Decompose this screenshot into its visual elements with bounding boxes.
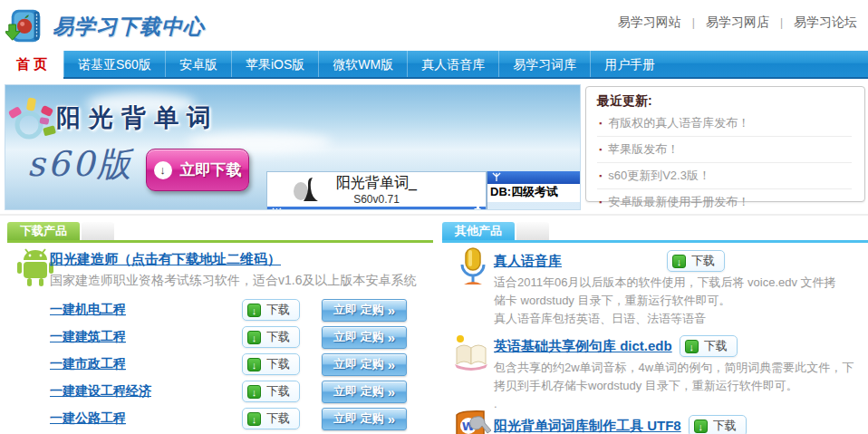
download-button[interactable]: ↓ 下载	[242, 326, 300, 348]
nav-tab-voice-library[interactable]: 真人语音库	[407, 51, 498, 77]
desc-line: 真人语音库包括英语、日语、法语等语音	[494, 310, 836, 328]
product-link[interactable]: 一建建设工程经济	[50, 383, 242, 400]
promo-banner[interactable]: 阳光背单词 s60版 ↓ 立即下载 阳光背单词_ S60v0.71	[5, 84, 581, 210]
nav-tab-ios[interactable]: 苹果iOS版	[231, 51, 318, 77]
banner-download-button[interactable]: ↓ 立即下载	[146, 149, 249, 191]
download-arrow-icon: ↓	[247, 358, 261, 371]
download-button[interactable]: ↓ 下载	[242, 408, 300, 429]
battery-icon	[474, 208, 481, 210]
download-rows: 一建机电工程 ↓ 下载 立即 定购 » 一建建筑工程 ↓ 下载 立即 定购 » …	[50, 296, 410, 432]
builder-product-desc: 国家建造师职业资格考试练习软件，适合v1.6及以上版本安卓系统	[50, 273, 416, 289]
site-title: 易学习下载中心	[53, 13, 205, 41]
recent-update-item[interactable]: ▪ s60更新到V2.3版！	[597, 163, 852, 189]
recent-updates-panel: 最近更新: ▪ 有版权的真人语音库发布！ ▪ 苹果版发布！ ▪ s60更新到V2…	[585, 86, 865, 202]
download-row: 一建机电工程 ↓ 下载 立即 定购 »	[50, 296, 410, 323]
other-product-link[interactable]: 真人语音库	[494, 253, 562, 270]
section-divider	[0, 214, 868, 216]
page: 易学习下载中心 易学习网站 | 易学习网店 | 易学习论坛 首 页 诺基亚S60…	[0, 0, 868, 434]
download-button[interactable]: ↓ 下载	[242, 381, 300, 402]
phone2-word: accuse	[491, 206, 581, 210]
phone1-titlebar: 阳光背单词_ S60v0.71	[267, 172, 486, 207]
chevron-right-icon: »	[388, 411, 395, 427]
order-button[interactable]: 立即 定购 »	[322, 326, 407, 349]
nav-tab-nokia-s60[interactable]: 诺基亚S60版	[63, 51, 165, 77]
bullet-icon: ▪	[599, 170, 602, 182]
download-row: 一建建筑工程 ↓ 下载 立即 定购 »	[50, 323, 410, 351]
link-separator: |	[692, 16, 695, 29]
tab-other-products[interactable]: 其他产品	[442, 222, 515, 240]
download-arrow-icon: ↓	[247, 304, 261, 317]
download-arrow-icon: ↓	[247, 412, 261, 426]
tab-stub	[516, 222, 549, 240]
phone1-status-bar	[267, 207, 486, 210]
desc-line: 适合2011年06月以后版本的软件使用，下载后将 voice.edv 文件拷	[494, 274, 836, 292]
download-button[interactable]: ↓ 下载	[667, 250, 725, 272]
top-links: 易学习网站 | 易学习网店 | 易学习论坛	[618, 14, 857, 31]
voice-library-row: 真人语音库 ↓ 下载	[494, 250, 725, 272]
tab-stub	[82, 222, 114, 240]
bullet-icon: ▪	[599, 197, 602, 208]
order-button[interactable]: 立即 定购 »	[322, 381, 407, 403]
phone-screenshot-1: 阳光背单词_ S60v0.71 DB:四级考试词汇必备 WS:730 i 开始学…	[266, 171, 487, 210]
download-row: 一建公路工程 ↓ 下载 立即 定购 »	[50, 405, 410, 432]
tab-downloads[interactable]: 下载产品	[7, 222, 80, 240]
phone2-db-line: DB:四级考试	[487, 184, 581, 202]
book-icon	[451, 332, 491, 375]
download-arrow-icon: ↓	[247, 331, 261, 344]
recent-update-item[interactable]: ▪ 安卓版最新使用手册发布！	[597, 189, 852, 215]
chevron-right-icon: »	[388, 384, 395, 400]
desc-line: 储卡 wordstudy 目录下，重新运行软件即可。	[494, 292, 836, 310]
download-row: 一建市政工程 ↓ 下载 立即 定购 »	[50, 351, 410, 378]
order-button[interactable]: 立即 定购 »	[322, 408, 407, 430]
example-db-row: 英语基础共享例句库 dict.edb ↓ 下载	[494, 335, 738, 357]
product-link[interactable]: 一建公路工程	[50, 410, 242, 427]
recent-update-item[interactable]: ▪ 苹果版发布！	[597, 137, 852, 163]
header: 易学习下载中心 易学习网站 | 易学习网店 | 易学习论坛	[0, 0, 868, 51]
order-button[interactable]: 立即 定购 »	[322, 299, 407, 322]
download-button[interactable]: ↓ 下载	[242, 299, 300, 321]
banner-title: 阳光背单词	[56, 101, 219, 134]
dictionary-tool-icon: W	[451, 410, 491, 434]
voice-library-desc: 适合2011年06月以后版本的软件使用，下载后将 voice.edv 文件拷 储…	[494, 274, 836, 328]
order-button[interactable]: 立即 定购 »	[322, 353, 407, 376]
download-row: 一建建设工程经济 ↓ 下载 立即 定购 »	[50, 378, 410, 405]
nav-tab-home[interactable]: 首 页	[0, 51, 63, 79]
other-product-link[interactable]: 英语基础共享例句库 dict.edb	[494, 338, 672, 355]
others-section-header: 其他产品	[442, 222, 868, 243]
top-link-shop[interactable]: 易学习网店	[706, 14, 769, 31]
nav-tab-manual[interactable]: 用户手册	[590, 51, 669, 77]
desc-line: .	[494, 395, 854, 413]
chevron-right-icon: »	[388, 330, 395, 345]
bullet-icon: ▪	[599, 118, 602, 130]
download-button[interactable]: ↓ 下载	[242, 353, 300, 375]
phone1-app-logo-icon	[291, 176, 322, 207]
desc-line: 包含共享的约2w单词音标，4w单词的例句，简明词典需要此文件，下	[494, 359, 854, 377]
product-link[interactable]: 一建建筑工程	[50, 329, 242, 345]
site-logo[interactable]: 易学习下载中心	[5, 4, 205, 49]
downloads-section-header: 下载产品	[7, 222, 433, 243]
recent-updates-title: 最近更新:	[597, 93, 852, 110]
download-button[interactable]: ↓ 下载	[689, 415, 747, 434]
product-link[interactable]: 一建机电工程	[50, 302, 242, 318]
nav-tab-wm[interactable]: 微软WM版	[318, 51, 407, 77]
link-separator: |	[780, 16, 783, 29]
top-link-website[interactable]: 易学习网站	[618, 14, 681, 31]
bullet-icon: ▪	[599, 144, 602, 156]
dict-tool-row: 阳光背单词词库制作工具 UTF8 ↓ 下载	[494, 415, 747, 434]
builder-product-link[interactable]: 阳光建造师（点击有下载地址二维码）	[50, 251, 281, 268]
main-nav: 首 页 诺基亚S60版 安卓版 苹果iOS版 微软WM版 真人语音库 易学习词库…	[0, 51, 868, 79]
example-db-desc: 包含共享的约2w单词音标，4w单词的例句，简明词典需要此文件，下 拷贝到手机存储…	[494, 359, 854, 413]
other-product-link[interactable]: 阳光背单词词库制作工具 UTF8	[494, 418, 681, 434]
top-link-forum[interactable]: 易学习论坛	[794, 14, 857, 31]
nav-tab-dictionary[interactable]: 易学习词库	[498, 51, 590, 77]
nav-tab-android[interactable]: 安卓版	[165, 51, 231, 77]
product-link[interactable]: 一建市政工程	[50, 356, 242, 372]
chevron-right-icon: »	[388, 357, 395, 372]
download-button[interactable]: ↓ 下载	[680, 335, 738, 357]
recent-update-item[interactable]: ▪ 有版权的真人语音库发布！	[597, 111, 852, 137]
download-arrow-icon: ↓	[672, 255, 686, 268]
download-arrow-icon: ↓	[247, 385, 261, 399]
banner-subtitle: s60版	[27, 141, 134, 188]
phone-screenshot-2: DB:四级考试 accuse ə'kju:z vt.控告，指 1 2 3 4 5…	[487, 171, 581, 210]
download-arrow-icon: ↓	[694, 420, 708, 433]
